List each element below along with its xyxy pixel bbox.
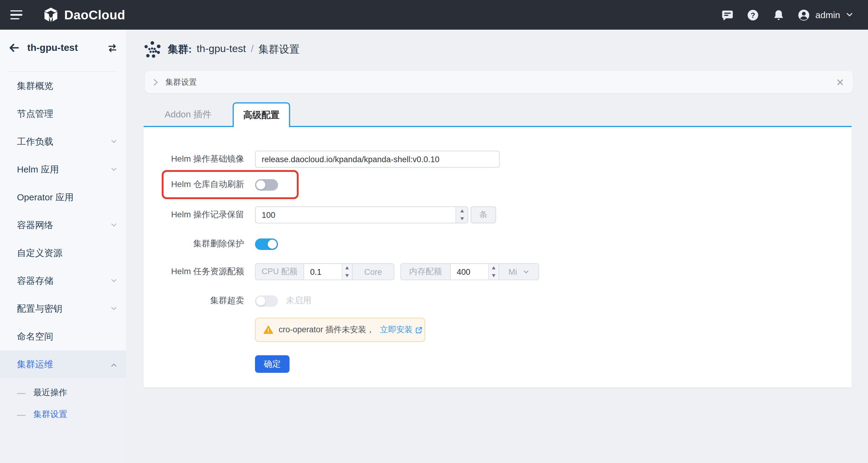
app-root: DaoCloud ? <box>0 0 868 463</box>
user-chevron-down-icon <box>845 11 854 19</box>
sidebar-item-cluster-overview[interactable]: 集群概览 <box>0 72 126 100</box>
form-row-delete-protection: 集群删除保护 <box>144 237 851 251</box>
chevron-down-icon <box>110 136 118 147</box>
sidebar: th-gpu-test 集群概览 节点管理 工作负载 Helm 应用 Opera… <box>0 30 127 463</box>
breadcrumb-prefix: 集群: <box>168 42 192 56</box>
message-icon[interactable] <box>721 9 734 21</box>
breadcrumb-separator: / <box>251 43 253 55</box>
user-name: admin <box>815 10 840 20</box>
repo-auto-refresh-label: Helm 仓库自动刷新 <box>144 179 255 190</box>
repo-auto-refresh-toggle[interactable] <box>255 179 278 190</box>
topbar: DaoCloud ? <box>0 0 868 30</box>
base-image-label: Helm 操作基础镜像 <box>144 154 255 165</box>
sidebar-item-namespaces[interactable]: 命名空间 <box>0 323 126 351</box>
confirm-button[interactable]: 确定 <box>255 355 289 373</box>
hamburger-menu-icon[interactable] <box>10 10 24 20</box>
sidebar-header: th-gpu-test <box>0 30 126 66</box>
chevron-down-icon <box>110 220 118 230</box>
overcommit-toggle[interactable] <box>255 295 278 306</box>
chevron-down-icon <box>110 276 118 286</box>
form-row-warning: cro-operator 插件未安装， 立即安装 <box>144 318 851 342</box>
history-keep-input[interactable] <box>255 206 468 223</box>
tab-addon-plugins[interactable]: Addon 插件 <box>144 102 232 127</box>
select-chevron-down-icon <box>522 268 529 275</box>
sidebar-item-operator-apps[interactable]: Operator 应用 <box>0 184 126 211</box>
form-row-base-image: Helm 操作基础镜像 <box>144 151 851 168</box>
chevron-down-icon <box>110 164 118 175</box>
stepper-up-icon[interactable] <box>342 264 352 272</box>
chevron-right-icon[interactable] <box>151 78 160 86</box>
form-row-repo-auto-refresh: Helm 仓库自动刷新 <box>144 170 851 199</box>
tab-advanced-config[interactable]: 高级配置 <box>232 102 290 127</box>
help-icon[interactable]: ? <box>747 9 759 21</box>
collapse-bar-title: 集群设置 <box>165 76 197 88</box>
chevron-up-icon <box>110 359 118 369</box>
cpu-quota-stepper <box>342 264 352 279</box>
breadcrumb-current: 集群设置 <box>258 42 300 56</box>
main-content: 集群: th-gpu-test / 集群设置 集群设置 Addon 插件 高级配… <box>126 30 868 463</box>
history-keep-stepper <box>456 207 468 223</box>
daocloud-logo-icon <box>42 6 60 24</box>
sidebar-item-workloads[interactable]: 工作负载 <box>0 128 126 156</box>
form-row-task-quota: Helm 任务资源配额 CPU 配额 Core 内存配额 <box>144 263 851 280</box>
breadcrumb: 集群: th-gpu-test / 集群设置 <box>144 39 300 59</box>
task-quota-label: Helm 任务资源配额 <box>144 266 255 277</box>
topbar-actions: ? admin <box>721 9 868 21</box>
install-now-link[interactable]: 立即安装 <box>380 324 423 335</box>
brand[interactable]: DaoCloud <box>42 6 125 24</box>
form-row-overcommit: 集群超卖 未启用 <box>144 295 851 307</box>
settings-collapse-bar[interactable]: 集群设置 <box>145 71 853 93</box>
sidebar-cluster-name: th-gpu-test <box>27 42 100 53</box>
settings-tabs: Addon 插件 高级配置 <box>144 102 851 127</box>
history-keep-unit: 条 <box>471 206 496 223</box>
sidebar-subitem-cluster-settings[interactable]: —集群设置 <box>0 404 126 426</box>
cro-operator-warning: cro-operator 插件未安装， 立即安装 <box>255 318 425 342</box>
form-row-submit: 确定 <box>144 355 851 373</box>
avatar-icon <box>798 9 810 21</box>
cpu-quota-group: CPU 配额 Core <box>255 263 394 280</box>
notifications-bell-icon[interactable] <box>772 9 784 21</box>
sidebar-item-helm-apps[interactable]: Helm 应用 <box>0 156 126 184</box>
stepper-up-icon[interactable] <box>489 264 498 272</box>
memory-quota-group: 内存配额 Mi <box>400 263 539 280</box>
stepper-down-icon[interactable] <box>489 272 498 279</box>
stepper-down-icon[interactable] <box>456 215 468 223</box>
cpu-quota-unit: Core <box>352 264 394 279</box>
breadcrumb-cluster-name[interactable]: th-gpu-test <box>196 43 246 55</box>
svg-text:?: ? <box>751 11 755 19</box>
dash-bullet-icon: — <box>17 410 26 420</box>
delete-protection-label: 集群删除保护 <box>144 238 255 250</box>
user-menu[interactable]: admin <box>798 9 854 21</box>
memory-quota-prefix: 内存配额 <box>401 264 451 279</box>
sidebar-subitem-recent-operations[interactable]: —最近操作 <box>0 382 126 404</box>
sidebar-item-config-secrets[interactable]: 配置与密钥 <box>0 295 126 323</box>
overcommit-status: 未启用 <box>286 295 311 306</box>
memory-unit-select[interactable]: Mi <box>498 264 538 279</box>
switch-cluster-icon[interactable] <box>107 43 118 53</box>
overcommit-label: 集群超卖 <box>144 295 255 306</box>
chevron-down-icon <box>110 303 118 314</box>
sidebar-item-container-storage[interactable]: 容器存储 <box>0 267 126 295</box>
sidebar-item-container-network[interactable]: 容器网络 <box>0 211 126 239</box>
cluster-dots-icon <box>144 40 161 58</box>
close-icon[interactable] <box>836 78 844 86</box>
sidebar-item-node-management[interactable]: 节点管理 <box>0 100 126 128</box>
cpu-quota-prefix: CPU 配额 <box>256 264 304 279</box>
warning-triangle-icon <box>264 325 273 335</box>
delete-protection-toggle[interactable] <box>255 238 278 250</box>
warning-text: cro-operator 插件未安装， <box>279 324 375 335</box>
advanced-config-panel: Helm 操作基础镜像 Helm 仓库自动刷新 Helm 操作记录保留 <box>144 127 851 387</box>
dash-bullet-icon: — <box>17 388 26 398</box>
external-link-icon <box>415 326 423 334</box>
stepper-down-icon[interactable] <box>342 272 352 279</box>
sidebar-submenu-cluster-ops: —最近操作 —集群设置 <box>0 378 126 463</box>
form-row-history-keep: Helm 操作记录保留 条 <box>144 206 851 223</box>
history-keep-label: Helm 操作记录保留 <box>144 209 255 220</box>
stepper-up-icon[interactable] <box>456 207 468 215</box>
brand-name: DaoCloud <box>64 7 125 22</box>
sidebar-item-cluster-ops[interactable]: 集群运维 <box>0 351 126 378</box>
back-arrow-icon[interactable] <box>8 42 20 54</box>
base-image-input[interactable] <box>255 151 500 168</box>
memory-quota-stepper <box>488 264 498 279</box>
sidebar-item-custom-resources[interactable]: 自定义资源 <box>0 239 126 267</box>
